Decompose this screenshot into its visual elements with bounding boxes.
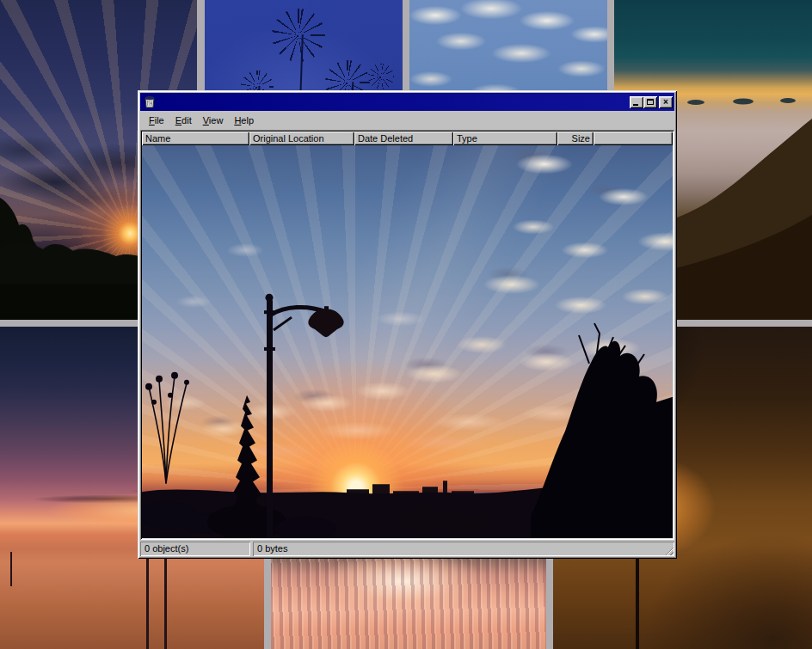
listview-background-photo — [142, 145, 673, 538]
column-header-filler — [594, 132, 673, 145]
photo-silhouettes — [142, 145, 673, 538]
minimize-button[interactable] — [630, 96, 643, 108]
column-header-date-deleted[interactable]: Date Deleted — [354, 132, 453, 145]
titlebar[interactable]: × — [140, 93, 674, 111]
status-size: 0 bytes — [253, 542, 674, 556]
maximize-button[interactable] — [643, 96, 657, 108]
menubar: File Edit View Help — [140, 111, 674, 130]
close-icon: × — [663, 98, 668, 107]
column-header-original-location[interactable]: Original Location — [249, 132, 354, 145]
resize-grip[interactable] — [663, 545, 674, 555]
list-view[interactable]: Name Original Location Date Deleted Type… — [140, 130, 674, 540]
status-object-count: 0 object(s) — [140, 542, 250, 556]
lake-pole-silhouette — [10, 552, 12, 586]
dandelion-umbel — [368, 64, 394, 89]
close-button[interactable]: × — [659, 96, 673, 108]
menu-file[interactable]: File — [145, 113, 169, 127]
column-headers: Name Original Location Date Deleted Type… — [142, 132, 673, 145]
recycle-bin-icon[interactable] — [143, 95, 157, 109]
minimize-icon — [633, 104, 638, 106]
column-header-name[interactable]: Name — [142, 132, 249, 145]
statusbar: 0 object(s) 0 bytes — [140, 542, 674, 556]
menu-help[interactable]: Help — [230, 113, 258, 127]
maximize-icon — [647, 99, 654, 105]
column-header-type[interactable]: Type — [453, 132, 557, 145]
desktop: × File Edit View Help Name Original Loca… — [0, 0, 812, 649]
lake-pole-silhouette — [146, 548, 149, 649]
lake-pole-silhouette — [164, 554, 167, 649]
dandelion-umbel — [272, 9, 325, 62]
menu-view[interactable]: View — [199, 113, 228, 127]
titlebar-buttons: × — [630, 96, 673, 108]
menu-edit[interactable]: Edit — [171, 113, 196, 127]
recycle-bin-window: × File Edit View Help Name Original Loca… — [138, 90, 677, 559]
column-header-size[interactable]: Size — [557, 132, 594, 145]
